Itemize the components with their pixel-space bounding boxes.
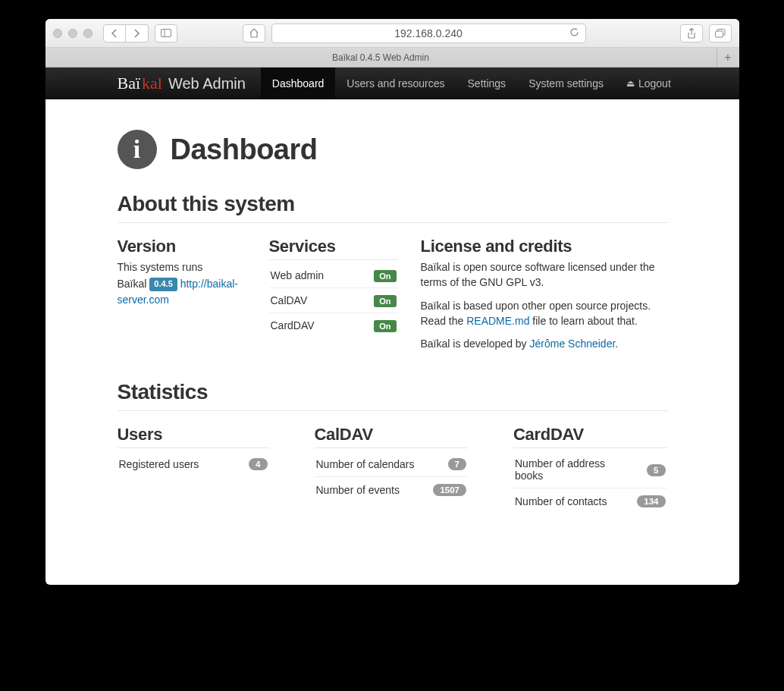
author-link[interactable]: Jérôme Schneider	[529, 338, 615, 350]
page-header: i Dashboard	[118, 130, 667, 169]
stat-row: Number of calendars 7	[315, 451, 469, 477]
services-table: Web admin On CalDAV On CardDAV On	[269, 263, 398, 338]
license-p3: Baïkal is developed by Jérôme Schneider.	[421, 336, 667, 351]
license-heading: License and credits	[421, 237, 667, 256]
license-p3-post: .	[615, 338, 618, 350]
nav-logout-label: Logout	[638, 77, 671, 90]
new-tab-button[interactable]: +	[717, 48, 739, 67]
minimize-window-button[interactable]	[68, 29, 77, 38]
stat-label: Number of address books	[513, 451, 629, 488]
version-line2: Baïkal 0.4.5 http://baikal-server.com	[118, 276, 246, 307]
svg-rect-3	[715, 31, 723, 37]
services-col: Services Web admin On CalDAV On CardDAV …	[269, 237, 398, 359]
stats-caldav-heading: CalDAV	[315, 425, 469, 448]
stats-caldav-table: Number of calendars 7 Number of events 1…	[315, 451, 469, 502]
nav-settings[interactable]: Settings	[456, 68, 518, 99]
home-icon	[249, 28, 259, 38]
address-bar[interactable]: 192.168.0.240	[271, 24, 586, 43]
version-line1: This systems runs	[118, 259, 246, 275]
nav-logout[interactable]: ⏏ Logout	[615, 68, 682, 99]
close-window-button[interactable]	[53, 29, 62, 38]
stat-count: 1507	[433, 484, 466, 496]
stats-caldav-col: CalDAV Number of calendars 7 Number of e…	[315, 425, 469, 514]
stat-label: Number of events	[315, 477, 431, 503]
service-name: CalDAV	[269, 288, 359, 313]
service-row: CardDAV On	[269, 313, 398, 338]
forward-button[interactable]	[126, 24, 149, 42]
sidebar-toggle-button[interactable]	[155, 24, 177, 42]
page-title: Dashboard	[171, 133, 318, 166]
home-button[interactable]	[243, 24, 265, 42]
stat-count: 5	[647, 464, 665, 476]
zoom-window-button[interactable]	[83, 29, 93, 38]
nav-system-settings[interactable]: System settings	[517, 68, 615, 99]
browser-window: 192.168.0.240 Baïkal 0.4.5 Web Admin + B…	[45, 19, 739, 585]
stats-users-heading: Users	[118, 425, 269, 448]
chevron-right-icon	[133, 29, 140, 38]
page-content: i Dashboard About this system Version Th…	[45, 99, 739, 585]
nav-items: Dashboard Users and resources Settings S…	[261, 68, 682, 99]
stat-row: Registered users 4	[118, 451, 269, 476]
service-row: CalDAV On	[269, 288, 398, 313]
reload-icon	[569, 27, 579, 37]
nav-users[interactable]: Users and resources	[335, 68, 456, 99]
share-button[interactable]	[680, 24, 703, 42]
nav-dashboard[interactable]: Dashboard	[261, 68, 336, 99]
svg-rect-0	[161, 30, 171, 37]
readme-link[interactable]: README.md	[466, 315, 529, 327]
tabs-icon	[715, 29, 726, 38]
tabs-button[interactable]	[709, 24, 732, 42]
browser-tab-title: Baïkal 0.4.5 Web Admin	[332, 52, 429, 63]
stats-heading: Statistics	[118, 380, 667, 411]
stats-carddav-heading: CardDAV	[513, 425, 667, 448]
service-status-badge: On	[374, 270, 396, 282]
sidebar-icon	[161, 29, 171, 37]
nav-users-label: Users and resources	[347, 77, 444, 90]
license-col: License and credits Baïkal is open sourc…	[421, 237, 667, 359]
service-status-badge: On	[374, 320, 396, 332]
stat-row: Number of address books 5	[513, 451, 667, 488]
service-name: Web admin	[269, 263, 359, 288]
reload-button[interactable]	[569, 27, 579, 39]
info-icon: i	[118, 130, 157, 169]
brand-kal: kal	[142, 74, 162, 93]
window-controls	[53, 29, 93, 38]
service-status-badge: On	[374, 295, 396, 307]
service-row: Web admin On	[269, 263, 398, 288]
stat-label: Number of calendars	[315, 451, 431, 477]
brand-bai: Baï	[118, 74, 141, 93]
license-p3-pre: Baïkal is developed by	[421, 338, 530, 350]
nav-system-settings-label: System settings	[528, 77, 604, 90]
brand[interactable]: Baïkal Web Admin	[118, 74, 246, 93]
stats-carddav-table: Number of address books 5 Number of cont…	[513, 451, 667, 514]
version-col: Version This systems runs Baïkal 0.4.5 h…	[118, 237, 246, 359]
version-product: Baïkal	[118, 278, 147, 290]
brand-suffix: Web Admin	[168, 75, 246, 93]
stats-carddav-col: CardDAV Number of address books 5 Number…	[513, 425, 667, 514]
nav-dashboard-label: Dashboard	[272, 77, 325, 90]
stat-count: 4	[249, 458, 267, 470]
stats-users-col: Users Registered users 4	[118, 425, 269, 514]
share-icon	[687, 28, 696, 39]
version-badge: 0.4.5	[149, 278, 177, 291]
version-heading: Version	[118, 237, 246, 256]
license-p2b-post: file to learn about that.	[529, 315, 637, 327]
about-row: Version This systems runs Baïkal 0.4.5 h…	[118, 237, 667, 359]
back-button[interactable]	[103, 24, 126, 42]
stat-count: 7	[448, 458, 466, 470]
about-heading: About this system	[118, 192, 667, 223]
address-text: 192.168.0.240	[394, 27, 463, 39]
app-navbar: Baïkal Web Admin Dashboard Users and res…	[45, 68, 739, 99]
service-name: CardDAV	[269, 313, 359, 338]
license-p2a: Baïkal is based upon other open source p…	[421, 300, 651, 312]
stats-users-table: Registered users 4	[118, 451, 269, 476]
stat-label: Registered users	[118, 451, 231, 476]
stat-row: Number of events 1507	[315, 477, 469, 503]
browser-tab-bar: Baïkal 0.4.5 Web Admin +	[45, 48, 739, 68]
license-p2: Baïkal is based upon other open source p…	[421, 298, 667, 329]
license-p1: Baïkal is open source software licensed …	[421, 259, 667, 291]
browser-titlebar: 192.168.0.240	[45, 19, 739, 48]
browser-tab[interactable]: Baïkal 0.4.5 Web Admin	[45, 52, 717, 63]
stat-count: 134	[637, 495, 665, 507]
chevron-left-icon	[111, 29, 118, 38]
